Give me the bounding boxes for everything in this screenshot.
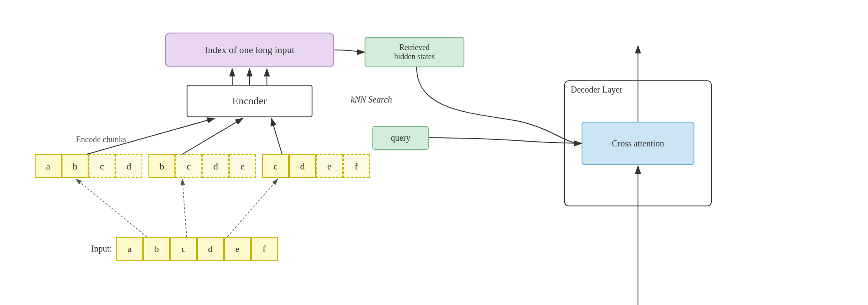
index-box: Index of one long input (165, 33, 334, 67)
index-box-label: Index of one long input (205, 44, 295, 56)
chunk-cell-2: c (89, 154, 115, 178)
chunks-row: abcdbcdecdef (35, 154, 370, 178)
diagram-container: Index of one long input Encoder Retrieve… (0, 0, 868, 305)
chunk-cell-1: b (62, 154, 89, 178)
arrow-chunk-enc-3 (271, 118, 282, 154)
input-row: Input: abcdef (91, 237, 278, 261)
chunk-cell-7: e (229, 154, 256, 178)
encode-chunks-label: Encode chunks (76, 135, 126, 144)
knn-text: kNN Search (351, 95, 392, 104)
input-cell-0: a (116, 237, 143, 261)
encoder-box: Encoder (187, 85, 312, 117)
chunk-cell-4: b (148, 154, 175, 178)
decoder-label: Decoder Layer (571, 85, 622, 95)
knn-label: kNN Search (351, 95, 392, 105)
arrow-retrieved-cross (417, 67, 582, 143)
retrieved-box: Retrieved hidden states (365, 37, 464, 67)
input-cell-5: f (251, 237, 278, 261)
query-label: query (391, 133, 411, 143)
encoder-label: Encoder (232, 95, 267, 107)
arrow-idx-retrieved (334, 50, 365, 52)
query-box: query (372, 126, 429, 150)
input-label: Input: (91, 244, 112, 254)
chunk-cell-6: d (202, 154, 229, 178)
chunk-cell-11: f (343, 154, 370, 178)
decoder-label-text: Decoder Layer (571, 85, 622, 94)
cross-attention-label: Cross attention (612, 139, 664, 149)
dotted-arrow-3 (227, 179, 278, 237)
input-cell-3: d (197, 237, 224, 261)
encode-chunks-text: Encode chunks (76, 135, 126, 144)
retrieved-label: Retrieved hidden states (394, 43, 434, 61)
arrow-query-cross (429, 138, 582, 143)
chunk-cell-5: c (175, 154, 202, 178)
arrow-chunk-enc-2 (182, 118, 243, 154)
chunk-cell-3: d (115, 154, 142, 178)
chunk-cell-9: d (289, 154, 316, 178)
chunk-cell-10: e (316, 154, 343, 178)
cross-attention-box: Cross attention (582, 122, 694, 165)
input-cell-2: c (170, 237, 197, 261)
chunk-cell-0: a (35, 154, 62, 178)
dotted-arrow-1 (76, 179, 147, 237)
dotted-arrow-2 (182, 179, 187, 237)
input-cell-1: b (143, 237, 170, 261)
chunk-cell-8: c (262, 154, 289, 178)
input-cell-4: e (224, 237, 251, 261)
